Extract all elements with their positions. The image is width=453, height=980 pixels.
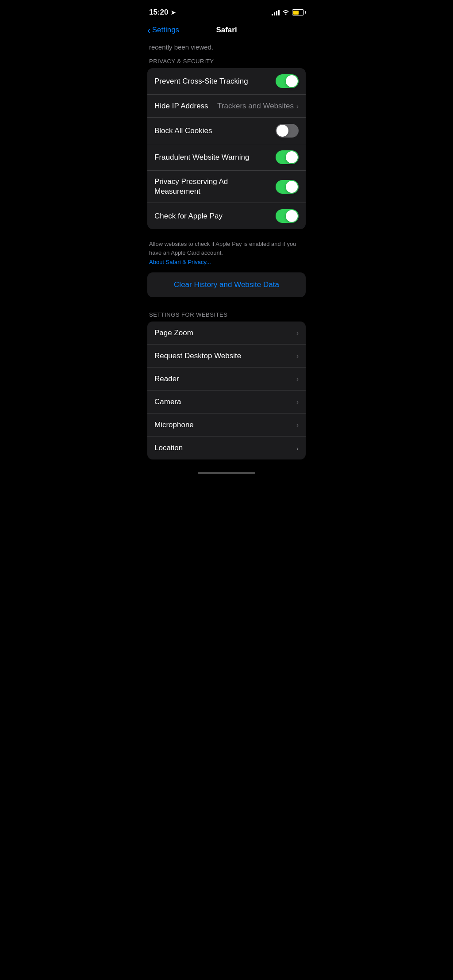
request-desktop-chevron-icon: › bbox=[296, 352, 299, 360]
status-time: 15:20 ➤ bbox=[149, 8, 176, 17]
microphone-chevron-icon: › bbox=[296, 421, 299, 429]
block-cookies-row[interactable]: Block All Cookies bbox=[147, 118, 306, 144]
privacy-ad-toggle[interactable] bbox=[276, 180, 299, 194]
apple-pay-footer-text: Allow websites to check if Apple Pay is … bbox=[147, 236, 306, 259]
toggle-knob bbox=[286, 210, 298, 222]
apple-pay-toggle[interactable] bbox=[276, 209, 299, 223]
privacy-ad-label: Privacy Preserving Ad Measurement bbox=[154, 177, 276, 196]
status-icons bbox=[272, 9, 304, 16]
fraudulent-warning-row[interactable]: Fraudulent Website Warning bbox=[147, 144, 306, 171]
location-chevron-icon: › bbox=[296, 444, 299, 452]
camera-chevron-icon: › bbox=[296, 398, 299, 406]
back-label: Settings bbox=[152, 26, 179, 34]
toggle-knob bbox=[286, 75, 298, 87]
website-settings-section-header: SETTINGS FOR WEBSITES bbox=[147, 311, 306, 322]
reader-row[interactable]: Reader › bbox=[147, 368, 306, 390]
wifi-icon bbox=[282, 9, 289, 16]
block-cookies-toggle[interactable] bbox=[276, 124, 299, 138]
privacy-ad-row[interactable]: Privacy Preserving Ad Measurement bbox=[147, 171, 306, 203]
about-safari-privacy-link[interactable]: About Safari & Privacy... bbox=[147, 259, 306, 272]
location-row[interactable]: Location › bbox=[147, 436, 306, 459]
back-chevron-icon: ‹ bbox=[147, 25, 150, 35]
block-cookies-label: Block All Cookies bbox=[154, 126, 276, 135]
reader-label: Reader bbox=[154, 375, 296, 383]
clear-history-label: Clear History and Website Data bbox=[174, 280, 279, 289]
prevent-cross-site-toggle[interactable] bbox=[276, 74, 299, 88]
toggle-knob bbox=[286, 181, 298, 193]
camera-row[interactable]: Camera › bbox=[147, 390, 306, 413]
website-settings-group: Page Zoom › Request Desktop Website › Re… bbox=[147, 322, 306, 459]
hide-ip-chevron-icon: › bbox=[296, 102, 299, 110]
fraudulent-warning-label: Fraudulent Website Warning bbox=[154, 153, 276, 162]
location-arrow-icon: ➤ bbox=[171, 9, 176, 16]
request-desktop-label: Request Desktop Website bbox=[154, 352, 296, 360]
hide-ip-row[interactable]: Hide IP Address Trackers and Websites › bbox=[147, 95, 306, 118]
location-label: Location bbox=[154, 444, 296, 452]
content-area: recently been viewed. PRIVACY & SECURITY… bbox=[140, 40, 313, 459]
page-zoom-label: Page Zoom bbox=[154, 329, 296, 337]
home-indicator bbox=[140, 467, 313, 478]
privacy-settings-group: Prevent Cross-Site Tracking Hide IP Addr… bbox=[147, 68, 306, 229]
hide-ip-label: Hide IP Address bbox=[154, 102, 217, 111]
time-display: 15:20 bbox=[149, 8, 168, 17]
battery-icon bbox=[292, 9, 304, 15]
microphone-row[interactable]: Microphone › bbox=[147, 413, 306, 436]
fraudulent-warning-toggle[interactable] bbox=[276, 150, 299, 164]
page-zoom-row[interactable]: Page Zoom › bbox=[147, 322, 306, 345]
home-bar bbox=[198, 472, 255, 474]
back-button[interactable]: ‹ Settings bbox=[147, 25, 179, 35]
status-bar: 15:20 ➤ bbox=[140, 0, 313, 22]
clear-history-button[interactable]: Clear History and Website Data bbox=[147, 272, 306, 297]
hide-ip-value: Trackers and Websites bbox=[217, 102, 294, 111]
reader-chevron-icon: › bbox=[296, 375, 299, 383]
request-desktop-row[interactable]: Request Desktop Website › bbox=[147, 345, 306, 368]
signal-icon bbox=[272, 9, 280, 15]
camera-label: Camera bbox=[154, 398, 296, 406]
apple-pay-row[interactable]: Check for Apple Pay bbox=[147, 203, 306, 229]
page-title: Safari bbox=[216, 26, 237, 34]
prevent-cross-site-label: Prevent Cross-Site Tracking bbox=[154, 77, 276, 86]
partial-scroll-text: recently been viewed. bbox=[147, 40, 306, 58]
toggle-knob bbox=[286, 151, 298, 163]
page-zoom-chevron-icon: › bbox=[296, 329, 299, 337]
microphone-label: Microphone bbox=[154, 421, 296, 429]
privacy-section-header: PRIVACY & SECURITY bbox=[147, 58, 306, 68]
nav-bar: ‹ Settings Safari bbox=[140, 22, 313, 40]
prevent-cross-site-row[interactable]: Prevent Cross-Site Tracking bbox=[147, 68, 306, 95]
toggle-knob bbox=[276, 125, 288, 137]
apple-pay-label: Check for Apple Pay bbox=[154, 212, 276, 221]
